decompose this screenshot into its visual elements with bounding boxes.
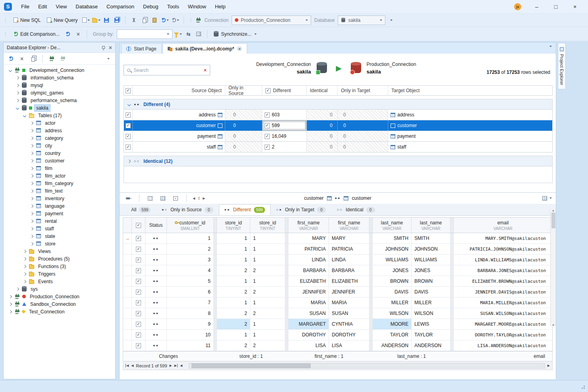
tree-item[interactable]: store [4, 240, 115, 247]
store-id-target-cell[interactable]: 1 [250, 276, 285, 286]
store-id-target-cell[interactable]: 1 [250, 233, 285, 243]
tree-expander-icon[interactable] [23, 258, 27, 260]
save-button[interactable] [102, 15, 111, 25]
email-cell[interactable]: BARBARA.JONES@sakilacuston [454, 265, 552, 276]
tree-item[interactable]: Functions (3) [4, 263, 115, 270]
swap-sides-button[interactable]: ⇆ [184, 29, 193, 39]
scroll-left-icon[interactable]: ◀ [180, 364, 182, 367]
different-row-checkbox[interactable] [265, 134, 270, 139]
row-checkbox[interactable] [126, 112, 131, 118]
row-checkbox[interactable] [126, 145, 131, 150]
scrollbar-thumb[interactable] [191, 363, 311, 368]
tree-item[interactable]: country [4, 149, 115, 157]
data-grid-row[interactable]: → ●● 1 1 1 MARY MARY SMITH SMITH [123, 233, 553, 244]
resize-grip[interactable] [584, 388, 585, 389]
cut-button[interactable] [129, 15, 139, 25]
store-id-source-cell[interactable]: 1 [217, 276, 250, 286]
customer-id-cell[interactable]: 7 [167, 297, 214, 308]
copy-button[interactable] [139, 15, 149, 25]
last-name-source-cell[interactable]: ANDERSON [373, 340, 412, 351]
email-cell[interactable]: ELIZABETH.BROWN@sakilacuston [454, 276, 552, 286]
connection-select[interactable]: Production_Connection [232, 15, 311, 25]
scrollbar-thumb[interactable] [551, 212, 555, 228]
first-name-source-cell[interactable]: SUSAN [288, 308, 329, 319]
identical-header[interactable]: Identical [307, 86, 338, 95]
last-name-source-cell[interactable]: BROWN [373, 276, 412, 286]
first-name-target-cell[interactable]: BARBARA [329, 265, 369, 276]
customer-id-cell[interactable]: 11 [167, 340, 214, 351]
scroll-right-icon[interactable]: ▶ [547, 364, 550, 367]
vertical-scrollbar[interactable]: ▲ ▼ [550, 209, 556, 326]
close-panel-icon[interactable]: × [109, 45, 112, 50]
store-id-source-cell[interactable]: 2 [217, 340, 250, 351]
tree-item[interactable]: film [4, 164, 115, 172]
last-record-button[interactable]: ▶ [174, 364, 178, 367]
tree-item[interactable]: customer [4, 157, 115, 164]
new-query-button[interactable]: New Query [44, 16, 80, 25]
tree-expander-icon[interactable] [30, 122, 34, 124]
tree-item[interactable]: mysql [4, 81, 115, 89]
first-name-source-header[interactable]: first_nameVARCHAR [288, 218, 329, 233]
customer-id-column-header[interactable]: customer_id SMALLINT [167, 218, 214, 233]
auto-scroll-button[interactable] [124, 193, 133, 203]
different-header[interactable]: Different [262, 86, 307, 95]
tab-comparison-document[interactable]: sakila (Deve...ion).dcomp* × [162, 43, 248, 54]
tree-item[interactable]: Test_Connection [4, 308, 115, 315]
tree-expander-icon[interactable] [30, 175, 34, 177]
first-record-button[interactable]: ◀ [126, 364, 129, 367]
tree-item[interactable]: state [4, 232, 115, 240]
select-all-checkbox[interactable] [126, 88, 131, 93]
tree-expander-icon[interactable] [8, 311, 12, 313]
close-tab-icon[interactable]: × [237, 46, 242, 51]
tree-item[interactable]: staff [4, 225, 115, 232]
target-object-cell[interactable]: address [388, 110, 552, 120]
tree-expander-icon[interactable] [30, 145, 34, 147]
store-id-target-cell[interactable]: 1 [250, 255, 285, 265]
next-record-button[interactable]: ▶ [170, 364, 172, 367]
maximize-button[interactable]: □ [552, 4, 559, 10]
clear-search-icon[interactable]: × [204, 68, 207, 73]
new-connection-button[interactable] [47, 54, 56, 64]
store-id-source-cell[interactable]: 2 [217, 265, 250, 276]
menu-item[interactable]: Edit [34, 2, 51, 11]
target-object-header[interactable]: Target Object [388, 86, 552, 95]
last-name-target-cell[interactable]: JOHNSON [412, 244, 451, 254]
first-name-source-cell[interactable]: JENNIFER [288, 287, 329, 297]
open-file-button[interactable] [91, 15, 101, 25]
tree-item[interactable]: Production_Connection [4, 293, 115, 300]
toolbar-overflow-button[interactable] [386, 15, 396, 25]
stop-button[interactable]: × [74, 29, 83, 39]
tree-item[interactable]: film_actor [4, 172, 115, 180]
first-name-target-cell[interactable]: MARIA [329, 297, 369, 308]
expand-group-icon[interactable] [128, 159, 131, 162]
scroll-up-icon[interactable]: ▲ [552, 209, 555, 212]
tree-expander-icon[interactable] [30, 243, 34, 245]
data-grid-row[interactable]: ●● 2 1 1 PATRICIA PATRICIA JOHNSON JOHNS… [123, 244, 553, 255]
first-name-source-cell[interactable]: MARIA [288, 297, 329, 308]
menu-item[interactable]: Debug [139, 2, 162, 11]
records-view-button[interactable] [158, 193, 168, 203]
group-row-different[interactable]: ●● Different (4) [124, 99, 553, 110]
email-cell[interactable]: DOROTHY.TAYLOR@sakilacuston [454, 330, 552, 340]
store-id-source-cell[interactable]: 1 [217, 297, 250, 308]
last-name-source-cell[interactable]: TAYLOR [373, 330, 412, 340]
tree-item[interactable]: Views [4, 247, 115, 255]
tree-item[interactable]: actor [4, 119, 115, 127]
tab-start-page[interactable]: Start Page [121, 43, 162, 54]
row-checkbox[interactable] [136, 322, 141, 327]
email-cell[interactable]: MARY.SMITH@sakilacuston [454, 233, 552, 243]
tree-expander-icon[interactable] [8, 69, 12, 71]
store-id-source-cell[interactable]: 2 [217, 319, 250, 329]
tree-item[interactable]: olympic_games [4, 89, 115, 97]
view-selector-button[interactable] [542, 196, 552, 201]
data-grid-row[interactable]: ●● 8 2 2 SUSAN SUSAN WILSON WILSON SUSAN… [123, 308, 553, 319]
tree-item[interactable]: information_schema [4, 74, 115, 81]
different-count-cell[interactable]: 2 [262, 142, 307, 152]
first-name-target-cell[interactable]: PATRICIA [329, 244, 369, 254]
store-id-source-cell[interactable]: 1 [217, 330, 250, 340]
last-name-source-cell[interactable]: WILSON [373, 308, 412, 319]
minimize-button[interactable]: – [533, 4, 540, 10]
status-column-header[interactable]: Status [145, 218, 167, 233]
tab-list-chevron-icon[interactable] [549, 46, 552, 47]
last-name-source-cell[interactable]: SMITH [373, 233, 412, 243]
